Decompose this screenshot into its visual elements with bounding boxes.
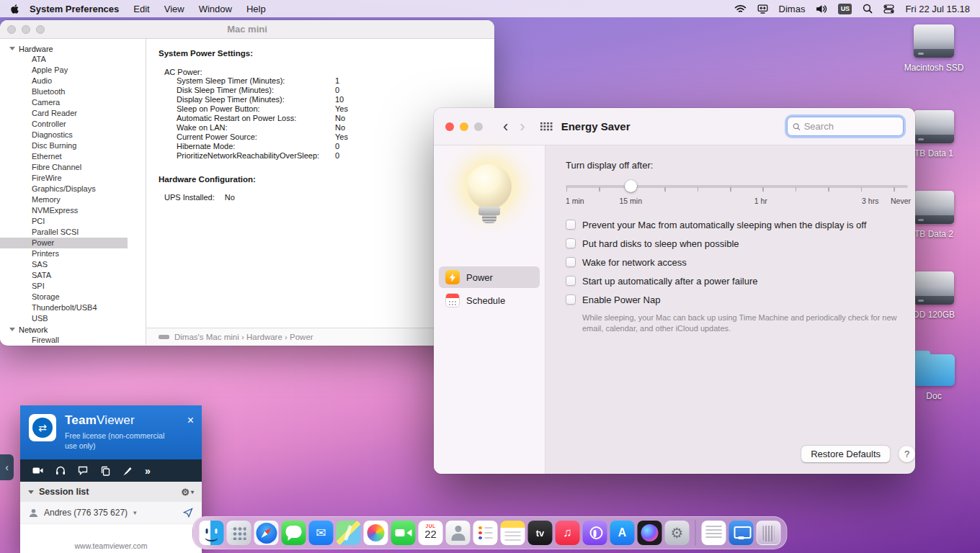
dock-icon-messages[interactable]	[282, 521, 306, 545]
chat-icon[interactable]	[78, 466, 88, 475]
volume-icon[interactable]	[816, 4, 827, 14]
dock-icon-reminders[interactable]	[473, 521, 498, 545]
video-call-icon[interactable]	[32, 466, 43, 475]
sidebar-item-power-selected[interactable]: Power	[0, 238, 128, 248]
sidebar-item-sas[interactable]: SAS	[0, 259, 146, 270]
sysinfo-titlebar[interactable]: Mac mini	[0, 20, 494, 39]
dock-icon-siri[interactable]	[638, 521, 662, 545]
close-button[interactable]	[7, 25, 16, 34]
file-transfer-icon[interactable]	[100, 466, 110, 476]
dock-icon-app-store[interactable]: A	[610, 521, 635, 545]
sidebar-item-firewire[interactable]: FireWire	[0, 173, 146, 184]
sidebar-item-spi[interactable]: SPI	[0, 281, 146, 292]
sidebar-item-graphics-displays[interactable]: Graphics/Displays	[0, 184, 146, 194]
sidebar-item-memory[interactable]: Memory	[0, 194, 146, 205]
dock-icon-podcasts[interactable]	[583, 521, 607, 545]
back-icon[interactable]: ‹	[503, 119, 508, 135]
checkbox-startup-after-power-failure[interactable]	[566, 276, 576, 286]
sidebar-item-apple-pay[interactable]: Apple Pay	[0, 65, 146, 76]
teamviewer-menu-icon[interactable]	[757, 4, 768, 14]
slider-thumb[interactable]	[625, 180, 637, 192]
sidebar-section-network[interactable]: Network	[0, 324, 146, 335]
show-all-grid-icon[interactable]	[540, 122, 553, 131]
dock-icon-mail[interactable]: ✉	[309, 521, 334, 545]
dock-icon-document[interactable]	[702, 521, 726, 545]
sidebar-tab-power[interactable]: Power	[439, 266, 540, 288]
sidebar-item-printers[interactable]: Printers	[0, 248, 146, 259]
sidebar-item-card-reader[interactable]: Card Reader	[0, 108, 146, 119]
search-field[interactable]	[787, 117, 904, 136]
sidebar-item-usb[interactable]: USB	[0, 313, 146, 324]
session-user-row[interactable]: Andres (776 375 627) ▾	[20, 502, 202, 524]
session-list-header[interactable]: Session list ⚙▾	[20, 482, 202, 502]
dock-icon-safari[interactable]	[254, 521, 279, 545]
chevron-down-icon[interactable]	[28, 490, 34, 494]
sidebar-item-parallel-scsi[interactable]: Parallel SCSI	[0, 227, 146, 238]
teamviewer-website-link[interactable]: www.teamviewer.com	[20, 538, 202, 553]
energy-saver-titlebar[interactable]: ‹ › Energy Saver	[434, 108, 915, 145]
desktop-icon-macintosh-ssd[interactable]: Macintosh SSD	[896, 24, 972, 73]
minimize-button[interactable]	[22, 25, 30, 34]
dock-icon-photos[interactable]	[364, 521, 388, 545]
headset-icon[interactable]	[55, 466, 66, 475]
search-input[interactable]	[804, 121, 898, 132]
control-center-icon[interactable]	[883, 4, 894, 14]
close-icon[interactable]: ×	[187, 415, 194, 426]
zoom-button[interactable]	[474, 122, 483, 131]
connect-cursor-icon[interactable]	[183, 508, 193, 518]
menubar-clock[interactable]: Fri 22 Jul 15.18	[905, 4, 970, 14]
checkbox-wake-network[interactable]	[566, 257, 576, 267]
dock-icon-trash[interactable]	[757, 521, 781, 545]
session-settings-gear-icon[interactable]: ⚙▾	[181, 487, 194, 498]
teamviewer-collapse-tab[interactable]: ‹	[0, 454, 14, 480]
sidebar-item-bluetooth[interactable]: Bluetooth	[0, 86, 146, 97]
display-off-slider[interactable]	[566, 179, 908, 194]
sidebar-item-firewall[interactable]: Firewall	[0, 335, 146, 345]
sidebar-item-storage[interactable]: Storage	[0, 292, 146, 302]
menu-help[interactable]: Help	[239, 4, 273, 14]
checkbox-hard-disks-sleep[interactable]	[566, 238, 576, 248]
checkbox-prevent-sleep[interactable]	[566, 220, 576, 230]
disclosure-triangle-icon[interactable]	[9, 328, 15, 331]
sidebar-item-ata[interactable]: ATA	[0, 54, 146, 65]
close-button[interactable]	[445, 122, 454, 131]
dock-icon-music[interactable]: ♫	[556, 521, 580, 545]
dock-icon-screen-sharing[interactable]	[729, 521, 754, 545]
minimize-button[interactable]	[460, 122, 468, 131]
dock-icon-tv[interactable]: tv	[528, 521, 553, 545]
wifi-icon[interactable]	[734, 4, 747, 14]
input-source-badge[interactable]: US	[838, 4, 852, 14]
sidebar-item-ethernet[interactable]: Ethernet	[0, 151, 146, 162]
sidebar-item-fibre-channel[interactable]: Fibre Channel	[0, 162, 146, 173]
dock-icon-launchpad[interactable]	[227, 521, 251, 545]
sidebar-section-hardware[interactable]: Hardware	[0, 43, 146, 54]
dock-icon-finder[interactable]	[200, 521, 224, 545]
menu-window[interactable]: Window	[192, 4, 239, 14]
menu-edit[interactable]: Edit	[126, 4, 156, 14]
menubar-username[interactable]: Dimas	[779, 4, 806, 14]
dock-icon-facetime[interactable]	[391, 521, 416, 545]
disclosure-triangle-icon[interactable]	[9, 47, 15, 50]
sidebar-item-disc-burning[interactable]: Disc Burning	[0, 140, 146, 151]
checkbox-enable-power-nap[interactable]	[566, 295, 576, 305]
whiteboard-icon[interactable]	[122, 466, 133, 476]
help-button[interactable]: ?	[899, 446, 915, 462]
dock-icon-calendar[interactable]: JUL 22	[419, 521, 443, 545]
dock-icon-maps[interactable]	[337, 521, 361, 545]
sidebar-item-camera[interactable]: Camera	[0, 97, 146, 108]
sidebar-item-diagnostics[interactable]: Diagnostics	[0, 130, 146, 140]
sidebar-item-pci[interactable]: PCI	[0, 216, 146, 227]
sidebar-item-sata[interactable]: SATA	[0, 270, 146, 281]
dock-icon-system-preferences[interactable]: ⚙	[665, 521, 690, 545]
sidebar-item-thunderbolt-usb4[interactable]: Thunderbolt/USB4	[0, 302, 146, 313]
dock-icon-notes[interactable]	[501, 521, 525, 545]
chevron-down-icon[interactable]: ▾	[133, 509, 137, 516]
menu-view[interactable]: View	[157, 4, 192, 14]
apple-menu-icon[interactable]	[10, 4, 19, 14]
spotlight-icon[interactable]	[863, 4, 873, 14]
sidebar-item-nvmexpress[interactable]: NVMExpress	[0, 205, 146, 216]
zoom-button[interactable]	[36, 25, 45, 34]
restore-defaults-button[interactable]: Restore Defaults	[801, 446, 890, 462]
sidebar-item-controller[interactable]: Controller	[0, 119, 146, 130]
menu-app-name[interactable]: System Preferences	[22, 4, 126, 14]
